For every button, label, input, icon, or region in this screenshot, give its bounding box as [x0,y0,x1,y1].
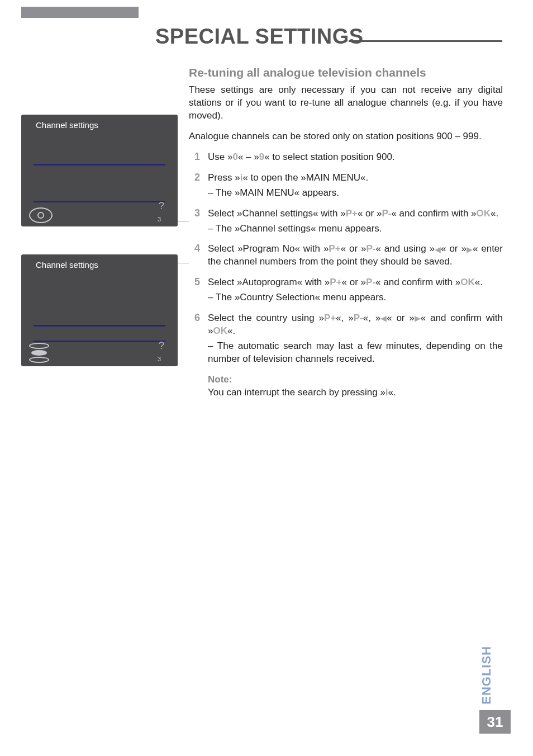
right-arrow-icon: ▶ [467,244,473,255]
step-number: 4 [189,243,200,254]
section-heading: Re-tuning all analogue television channe… [189,66,503,79]
button-ok: OK [213,325,227,336]
panel-page-number: 3 [158,356,161,362]
note-label: Note: [208,374,232,385]
step-sub: – The »Country Selection« menu appears. [208,291,503,304]
step-number: 1 [189,151,200,163]
button-ok: OK [477,208,491,219]
main-content: Re-tuning all analogue television channe… [189,66,503,407]
button-p-minus: P- [382,208,391,219]
button-ok: OK [460,277,475,287]
step-sub: – The »MAIN MENU« appears. [208,187,503,200]
channel-settings-panel-1: Channel settings ? 3 [21,115,178,226]
panel-title: Channel settings [21,115,178,132]
step-1: 1 Use »0« – »9« to select station positi… [189,151,503,164]
connector-line [178,221,189,221]
note-block: Note: You can interrupt the search by pr… [189,374,503,399]
step-text: Use »0« – »9« to select station position… [208,151,503,164]
button-p-plus: P+ [346,208,358,219]
step-text: Select »Autoprogram« with »P+« or »P-« a… [208,276,503,304]
button-p-minus: P- [354,313,363,323]
left-arrow-icon: ◀ [380,313,387,324]
step-4: 4 Select »Program No« with »P+« or »P-« … [189,243,503,268]
step-text: Select the country using »P+«, »P-«, »◀«… [208,312,503,366]
help-icon: ? [159,200,164,212]
intro-paragraph-2: Analogue channels can be stored only on … [189,130,503,143]
step-text: Press »i« to open the »MAIN MENU«. – The… [208,172,503,200]
button-p-minus: P- [366,277,375,287]
button-p-plus: P+ [329,243,340,254]
step-2: 2 Press »i« to open the »MAIN MENU«. – T… [189,172,503,200]
button-9: 9 [259,152,264,162]
button-0: 0 [232,152,237,162]
connector-line [178,263,189,263]
panel-divider [34,164,165,166]
title-underline [349,40,502,42]
step-3: 3 Select »Channel settings« with »P+« or… [189,207,503,235]
step-sub: – The »Channel settings« menu appears. [208,223,503,235]
intro-paragraph-1: These settings are only necessary if you… [189,84,503,122]
nav-ring-icon [29,207,53,223]
nav-ring-icon [29,343,49,363]
help-icon: ? [159,340,164,352]
left-arrow-icon: ◀ [435,244,441,255]
button-p-plus: P+ [330,277,341,287]
button-p-minus: P- [366,243,375,254]
channel-settings-panel-2: Channel settings ? 3 [21,254,178,366]
step-6: 6 Select the country using »P+«, »P-«, »… [189,312,503,366]
right-arrow-icon: ▶ [415,313,421,324]
page-title: SPECIAL SETTINGS [155,25,364,49]
page-number: 31 [479,710,511,734]
panel-page-number: 3 [158,216,161,223]
step-text: Select »Channel settings« with »P+« or »… [208,207,503,235]
text: 900 – 999. [436,131,481,141]
panel-divider [34,325,165,327]
step-number: 2 [189,172,200,183]
step-sub: – The automatic search may last a few mi… [208,340,503,366]
step-number: 3 [189,207,200,219]
language-label: ENGLISH [479,646,494,705]
panel-divider [34,201,165,202]
step-5: 5 Select »Autoprogram« with »P+« or »P-«… [189,276,503,304]
panel-divider [34,341,165,342]
steps-list: 1 Use »0« – »9« to select station positi… [189,151,503,366]
step-number: 5 [189,276,200,288]
step-number: 6 [189,312,200,324]
text: Analogue channels can be stored only on … [189,131,436,141]
step-text: Select »Program No« with »P+« or »P-« an… [208,243,503,268]
button-p-plus: P+ [324,313,336,323]
page-footer: ENGLISH 31 [479,646,511,734]
panel-title: Channel settings [21,254,178,272]
header-bar [21,7,139,18]
note-text: You can interrupt the search by pressing… [208,387,386,398]
